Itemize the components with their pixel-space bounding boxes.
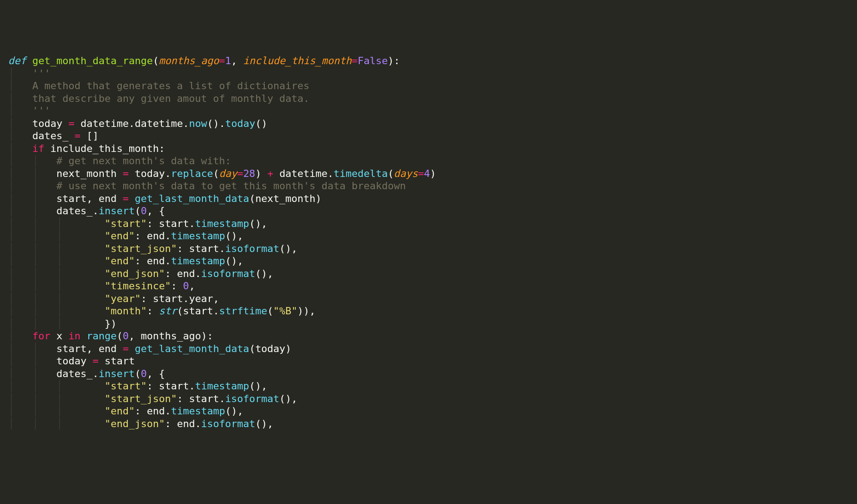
number: 1 [225,55,231,66]
comment: # use next month's data to get this mont… [56,180,406,192]
comment: # get next month's data with: [56,155,231,166]
function-name: get_month_data_range [32,55,153,66]
keyword-for: for [32,330,50,342]
code-editor[interactable]: def get_month_data_range(months_ago=1, i… [8,55,849,430]
boolean: False [358,55,388,66]
keyword-if: if [32,143,45,154]
docstring: ''' [32,105,50,116]
docstring: ''' [32,68,50,79]
docstring: A method that generates a list of dictio… [32,80,309,91]
identifier: today [32,118,62,129]
param: include_this_month [243,55,352,66]
docstring: that describe any given amout of monthly… [32,93,309,104]
keyword-def: def [8,55,26,66]
param: months_ago [159,55,219,66]
